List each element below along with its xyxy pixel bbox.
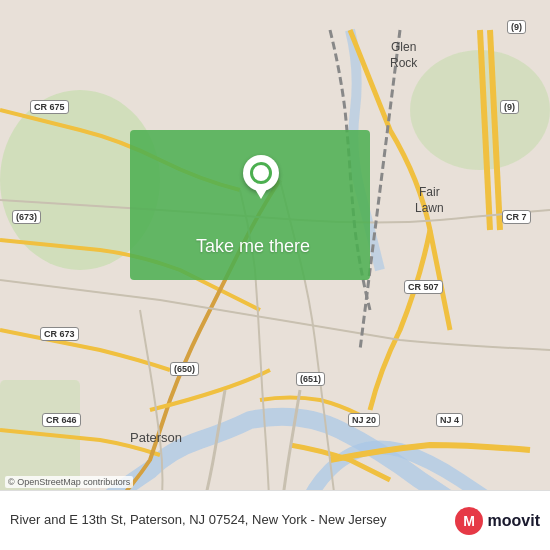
bottom-bar: River and E 13th St, Paterson, NJ 07524,… <box>0 490 550 550</box>
badge-cr646: CR 646 <box>42 413 81 427</box>
city-label-paterson: Paterson <box>130 430 182 445</box>
osm-attribution: © OpenStreetMap contributors <box>5 476 133 488</box>
pin-tail <box>255 189 267 199</box>
take-me-there-button[interactable]: Take me there <box>145 229 361 264</box>
badge-nj4: NJ 4 <box>436 413 463 427</box>
moovit-icon: M <box>453 505 485 537</box>
badge-cr7: CR 7 <box>502 210 531 224</box>
city-label-fair-lawn: FairLawn <box>415 185 444 216</box>
badge-nj9b: (9) <box>500 100 519 114</box>
address-section: River and E 13th St, Paterson, NJ 07524,… <box>10 511 443 529</box>
moovit-logo: M moovit <box>453 505 540 537</box>
location-pin <box>243 155 279 199</box>
badge-cr675: CR 675 <box>30 100 69 114</box>
badge-651: (651) <box>296 372 325 386</box>
address-text: River and E 13th St, Paterson, NJ 07524,… <box>10 511 443 529</box>
take-me-there-label: Take me there <box>196 236 310 257</box>
badge-cr673: CR 673 <box>40 327 79 341</box>
svg-text:M: M <box>463 513 475 529</box>
badge-650: (650) <box>170 362 199 376</box>
map-container: GlenRock FairLawn Paterson CR 675 (673) … <box>0 0 550 550</box>
badge-673a: (673) <box>12 210 41 224</box>
badge-nj20: NJ 20 <box>348 413 380 427</box>
pin-circle <box>243 155 279 191</box>
osm-text: © OpenStreetMap contributors <box>8 477 130 487</box>
moovit-brand: moovit <box>488 512 540 530</box>
badge-nj9a: (9) <box>507 20 526 34</box>
badge-cr507: CR 507 <box>404 280 443 294</box>
city-label-glen-rock: GlenRock <box>390 40 417 71</box>
